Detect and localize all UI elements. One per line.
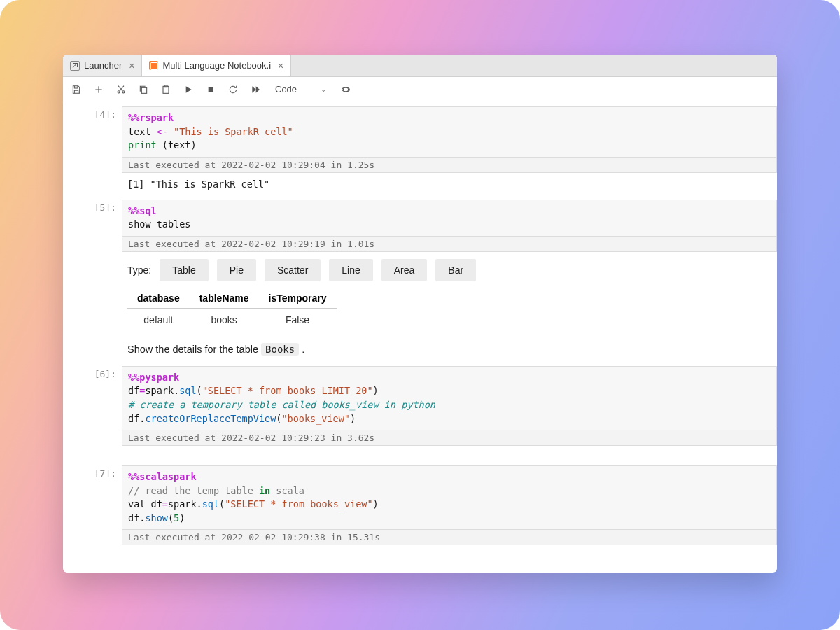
markdown-output: Show the details for the table Books .	[122, 338, 777, 365]
run-all-button[interactable]	[249, 83, 262, 96]
exec-status: Last executed at 2022-02-02 10:29:23 in …	[122, 430, 777, 446]
cell-input[interactable]: %%pyspark df=spark.sql("SELECT * from bo…	[122, 366, 777, 430]
code-cell[interactable]: [6]: %%pyspark df=spark.sql("SELECT * fr…	[63, 366, 777, 464]
chevron-down-icon: ⌄	[321, 85, 326, 93]
restart-button[interactable]	[227, 83, 239, 96]
save-button[interactable]	[70, 83, 83, 96]
cell-prompt: [4]:	[63, 106, 122, 198]
code-cell[interactable]: [4]: %%rspark text <- "This is SparkR ce…	[63, 106, 777, 198]
cell-type-select[interactable]: Code ⌄	[272, 82, 330, 97]
notebook-icon	[149, 61, 158, 70]
run-button[interactable]	[182, 83, 195, 96]
cut-button[interactable]	[115, 83, 127, 96]
viz-option-scatter[interactable]: Scatter	[265, 259, 321, 281]
output-table: database tableName isTemporary default b…	[122, 288, 777, 338]
table-header: tableName	[190, 288, 259, 309]
table-header: isTemporary	[259, 288, 337, 309]
render-button[interactable]	[340, 83, 352, 96]
viz-option-pie[interactable]: Pie	[217, 259, 256, 281]
add-cell-button[interactable]	[92, 83, 105, 96]
svg-point-0	[118, 90, 120, 92]
table-header: database	[127, 288, 190, 309]
jupyter-window: Launcher × Multi Language Notebook.i × C…	[63, 55, 777, 573]
exec-status: Last executed at 2022-02-02 10:29:04 in …	[122, 158, 777, 173]
tab-notebook[interactable]: Multi Language Notebook.i ×	[142, 55, 291, 76]
viz-option-bar[interactable]: Bar	[435, 259, 476, 281]
exec-status: Last executed at 2022-02-02 10:29:19 in …	[122, 237, 777, 252]
tab-bar: Launcher × Multi Language Notebook.i ×	[63, 55, 777, 77]
svg-point-1	[122, 90, 125, 92]
exec-status: Last executed at 2022-02-02 10:29:38 in …	[122, 530, 777, 545]
close-icon[interactable]: ×	[278, 60, 284, 71]
viz-option-table[interactable]: Table	[160, 259, 208, 281]
cell-prompt: [7]:	[63, 465, 122, 545]
tab-label: Launcher	[84, 60, 122, 71]
viz-option-line[interactable]: Line	[329, 259, 372, 281]
cell-input[interactable]: %%sql show tables	[122, 200, 777, 237]
svg-rect-5	[209, 87, 214, 92]
viz-label: Type:	[127, 265, 151, 276]
code-cell[interactable]: [7]: %%scalaspark // read the temp table…	[63, 465, 777, 545]
cell-output: [1] "This is SparkR cell"	[122, 173, 777, 198]
notebook-body[interactable]: [4]: %%rspark text <- "This is SparkR ce…	[63, 102, 777, 573]
code-cell[interactable]: [5]: %%sql show tables Last executed at …	[63, 200, 777, 365]
cell-input[interactable]: %%scalaspark // read the temp table in s…	[122, 465, 777, 530]
paste-button[interactable]	[160, 83, 172, 96]
table-row: default books False	[127, 308, 337, 331]
close-icon[interactable]: ×	[129, 60, 134, 71]
svg-rect-2	[141, 88, 146, 93]
cell-prompt: [6]:	[63, 366, 122, 464]
cell-type-label: Code	[275, 84, 297, 94]
cell-input[interactable]: %%rspark text <- "This is SparkR cell" p…	[122, 106, 777, 158]
viz-option-area[interactable]: Area	[382, 259, 428, 281]
launcher-icon	[70, 61, 80, 71]
stop-button[interactable]	[204, 83, 217, 96]
cell-prompt: [5]:	[63, 200, 122, 365]
inline-code: Books	[261, 343, 299, 356]
toolbar: Code ⌄	[63, 77, 777, 102]
tab-launcher[interactable]: Launcher ×	[63, 55, 142, 76]
viz-type-row: Type: Table Pie Scatter Line Area Bar	[122, 252, 777, 288]
tab-label: Multi Language Notebook.i	[162, 60, 271, 71]
copy-button[interactable]	[137, 83, 150, 96]
